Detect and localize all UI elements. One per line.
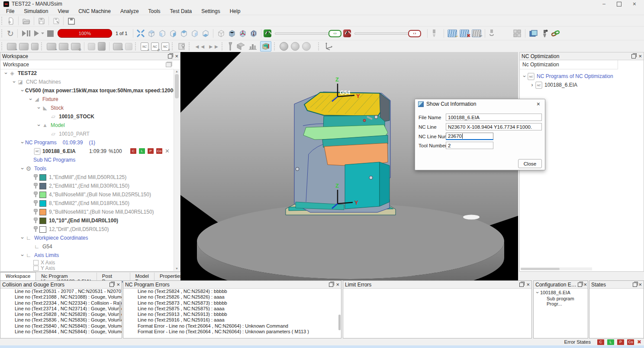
save-all-button[interactable] xyxy=(67,17,75,25)
nc-line-field[interactable]: N23670 X-108.9404 Y16.7734 F1000. xyxy=(446,123,542,130)
close-panel-icon[interactable]: × xyxy=(638,54,642,59)
error-line[interactable]: Format Error - Line no (Text:26064 , NC:… xyxy=(123,323,341,329)
error-line[interactable]: Line no (Text:25873 , NC:N25873) : bbbbb xyxy=(123,300,341,306)
nc-viewer-button[interactable] xyxy=(177,42,186,51)
axis-limit-checkbox[interactable] xyxy=(33,260,39,265)
error-line[interactable]: Line no (Text:25826 , NC:N25826) : aaaa xyxy=(123,294,341,300)
tree-item[interactable]: ›NC100188_6.EIA1:09:39%100CLPCo✕ xyxy=(0,147,174,156)
float-panel-icon[interactable] xyxy=(519,283,524,287)
remove-program-icon[interactable]: ✕ xyxy=(165,148,170,154)
tool-holder-button[interactable] xyxy=(431,29,437,38)
save-as-button[interactable] xyxy=(52,17,60,25)
edit-fixture-button[interactable]: − xyxy=(59,43,68,50)
error-line[interactable]: Line no (Text:22334 , NC:N22334) : Colli… xyxy=(0,300,122,306)
show-cut-information-button[interactable] xyxy=(260,41,271,52)
horizontal-scrollbar[interactable] xyxy=(521,267,592,270)
menu-test-data[interactable]: Test Data xyxy=(166,8,196,15)
close-panel-icon[interactable]: × xyxy=(638,283,642,287)
chevron-down-icon[interactable]: › xyxy=(535,290,541,296)
feed-rate-slider[interactable]: ‹› xyxy=(275,30,341,37)
tree-item[interactable]: ›8,"EndMill2",(End Mill,D18R0L150) xyxy=(0,199,174,208)
chevron-down-icon[interactable]: › xyxy=(36,105,42,111)
tree-item[interactable]: ›12,"Drill",(Drill,D5R0L150) xyxy=(0,225,174,234)
tree-item[interactable]: ›▱10010_PART xyxy=(0,130,174,138)
error-line[interactable]: Line no (Text:25824 , NC:N25824) : bbbbb xyxy=(123,289,341,294)
play-button[interactable] xyxy=(33,30,45,37)
error-line[interactable]: Line no (Text:23714 , NC:N23714) : Gouge… xyxy=(0,306,122,312)
config-root-item[interactable]: › 100188_6.EIA xyxy=(534,289,588,296)
tree-item[interactable]: ›1,"EndMill",(End Mill,D50R0L125) xyxy=(0,173,174,182)
tree-item[interactable]: ›◪CNC Machines xyxy=(0,78,174,86)
chevron-down-icon[interactable]: › xyxy=(522,74,528,79)
config-child-item[interactable]: Sub program Progr... xyxy=(534,296,588,306)
menu-simulation[interactable]: Simulation xyxy=(19,8,52,15)
save-button[interactable] xyxy=(38,17,45,25)
chevron-down-icon[interactable]: › xyxy=(3,71,9,76)
error-line[interactable]: Format Error - Line no (Text:26064 , NC:… xyxy=(123,329,341,335)
error-line[interactable]: Line no (Text:25828 , NC:N25828) : Gouge… xyxy=(0,312,122,317)
nc-opt-child-item[interactable]: › NC 100188_6.EIA xyxy=(520,81,644,89)
back-view-button[interactable] xyxy=(190,29,199,37)
scroll-up-icon[interactable]: ▲ xyxy=(174,70,180,73)
chevron-down-icon[interactable]: › xyxy=(19,235,26,241)
collision-check-button[interactable]: ⌐ xyxy=(448,29,457,37)
iso-view-button[interactable] xyxy=(147,29,155,37)
close-panel-icon[interactable]: × xyxy=(336,283,339,287)
file-name-field[interactable]: 100188_6.EIA xyxy=(446,114,542,121)
error-line[interactable]: Line no (Text:25836 , NC:N25836) : Gouge… xyxy=(0,317,122,323)
nc-program-errors-list[interactable]: Line no (Text:25824 , NC:N25824) : bbbbb… xyxy=(123,289,341,338)
tree-item[interactable]: ›2,"EndMill1",(End Mill,D30R0L150) xyxy=(0,182,174,190)
disable-fixture-button[interactable]: ⊘ xyxy=(71,43,80,50)
spindle-speed-slider[interactable]: ‹› xyxy=(354,30,421,37)
toolbar-grip[interactable] xyxy=(1,42,4,50)
tree-item[interactable]: ›∟Axis Limits xyxy=(0,251,174,260)
fixture-group-button[interactable] xyxy=(98,42,106,51)
tree-item[interactable]: ›◣Stock xyxy=(0,104,174,112)
scroll-down-icon[interactable]: ▼ xyxy=(174,267,180,270)
bottom-view-button[interactable] xyxy=(201,29,209,37)
states-list[interactable] xyxy=(589,289,644,338)
tree-item[interactable]: ›▲Model xyxy=(0,121,174,130)
next-record-button[interactable]: ►► xyxy=(208,43,219,50)
simulation-progress-bar[interactable]: 100% xyxy=(58,29,112,38)
remove-nc-program-button[interactable]: NC✕ xyxy=(161,42,169,51)
float-panel-icon[interactable] xyxy=(168,54,172,59)
close-button[interactable]: × xyxy=(633,0,636,7)
chevron-down-icon[interactable]: › xyxy=(19,253,26,258)
side-view-button[interactable] xyxy=(180,29,188,37)
tree-item[interactable]: ›⚙Tools xyxy=(0,164,174,173)
workspace-scrollbar[interactable]: ▲ ▼ xyxy=(174,69,180,271)
menu-tools[interactable]: Tools xyxy=(144,8,165,15)
tree-item[interactable]: ›∟Workpiece Coordinates xyxy=(0,234,174,242)
tool-manager-button[interactable] xyxy=(541,29,548,38)
menu-settings[interactable]: Settings xyxy=(197,8,224,15)
scrollbar-thumb[interactable] xyxy=(338,315,341,330)
scrollbar-thumb[interactable] xyxy=(521,268,560,270)
tree-item[interactable]: ›9,"BullNoseMill1",(Bull Nose Mill,D40R5… xyxy=(0,208,174,216)
chevron-down-icon[interactable]: › xyxy=(19,88,26,94)
clear-collisions-button[interactable]: ✖ xyxy=(460,29,469,37)
menu-help[interactable]: Help xyxy=(225,8,245,15)
stock-button[interactable] xyxy=(31,43,39,50)
fit-view-button[interactable] xyxy=(137,29,145,37)
limit-errors-list[interactable] xyxy=(343,289,531,338)
fixture-button[interactable] xyxy=(88,43,95,50)
tree-item[interactable]: ›NC Programs01:09:39(1) xyxy=(0,138,174,147)
reset-simulation-button[interactable]: ↻ xyxy=(7,29,14,39)
close-panel-icon[interactable]: × xyxy=(175,54,178,59)
wireframe-view-button[interactable] xyxy=(217,29,225,37)
model-button[interactable] xyxy=(125,43,132,50)
nc-opt-root-item[interactable]: › NC NC Programs of NC Optimization xyxy=(520,72,644,81)
tree-item[interactable]: ›CV500 (max power:15kW,max torque:50Nm,m… xyxy=(0,86,174,95)
select-collision-button[interactable]: ➢ xyxy=(472,29,481,37)
tree-item[interactable]: ›∟G54 xyxy=(0,242,174,251)
scrollbar-thumb[interactable] xyxy=(175,74,179,98)
tree-item[interactable]: ›Z Axis xyxy=(0,271,174,271)
float-panel-icon[interactable] xyxy=(578,283,582,287)
add-stock-button[interactable]: + xyxy=(7,43,16,50)
chevron-down-icon[interactable]: › xyxy=(19,140,26,146)
feed-rate-slider-handle[interactable]: ‹› xyxy=(328,30,341,37)
tool-number-field[interactable]: 2 xyxy=(446,142,493,149)
menu-file[interactable]: File xyxy=(2,8,19,15)
chevron-down-icon[interactable]: › xyxy=(28,97,34,102)
